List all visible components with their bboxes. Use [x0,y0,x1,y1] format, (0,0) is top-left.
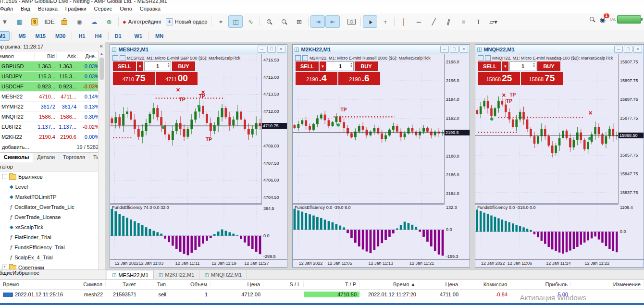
column-header-S / L[interactable]: S / L [263,281,304,287]
crosshair-button[interactable]: + [378,15,392,28]
timeframe-D1[interactable]: D1 [111,31,126,41]
candle-view-button[interactable]: ◫ [228,15,243,28]
column-header-Символ[interactable]: Символ [0,53,35,59]
column-header-Ask[interactable]: Ask [57,53,78,59]
depth-of-market-icon[interactable] [295,55,301,61]
order-type-dropdown[interactable]: ▼ [137,61,143,71]
new-chart-icon[interactable]: ▦ [12,15,27,28]
menu-item-Вид[interactable]: Вид [17,4,34,13]
column-header-Изменение[interactable]: Изменение [571,281,644,287]
column-header-Bid[interactable]: Bid [35,53,57,59]
chart-tab-MESH22,M1[interactable]: ◫MESH22,M1 [107,270,154,280]
lock-icon[interactable] [57,15,72,28]
time-axis[interactable]: 12 Jan 202212 Jan 11:0312 Jan 11:1112 Ja… [110,259,287,267]
chart-properties-icon[interactable] [485,55,491,61]
new-order-button[interactable]: +Новый ордер [164,15,209,28]
buy-button[interactable]: BUY [355,61,378,71]
buy-price-display[interactable]: 471100 [156,72,198,85]
column-header-Символ[interactable]: Символ [67,281,106,287]
volume-spinner[interactable]: ▲▼ [167,62,170,68]
tab-Общие[interactable]: Общие [0,270,12,280]
tab-Торговля[interactable]: Торговля [59,153,89,162]
metaeditor-ide-button[interactable]: IDE [42,15,57,28]
market-watch-row-GBPUSD[interactable]: GBPUSD1.363...1.363...0.03% [0,61,105,72]
navigator-item-MarketTOLimitTP[interactable]: ◆MarketTOLimitTP [0,192,105,202]
close-button[interactable]: × [633,46,642,53]
chart-window-titlebar[interactable]: ◫ MESH22,M1 ─ □ × [110,45,287,54]
volume-spinner[interactable]: ▲▼ [350,62,353,68]
market-watch-add-row[interactable]: добавить... 19 / 5282˅ [0,142,105,152]
scroll-up-icon[interactable]: ▲ [99,51,105,57]
market-watch-row-EU6H22[interactable]: EU6H221.137...1.137...-0.02% [0,122,105,132]
market-watch-row-M2KH22[interactable]: M2KH222190.42190.60.00% [0,132,105,142]
market-watch-row-USDCHF[interactable]: USDCHF0.923...0.923...-0.03% [0,82,105,92]
column-header-Тикет[interactable]: Тикет [106,281,139,287]
community-icon[interactable]: ⊕ [102,15,116,28]
market-watch-columns[interactable]: СимволBidAskДне... [0,51,105,61]
navigator-scrollbar[interactable]: ▲ ▼ [98,51,105,279]
indicator-pane[interactable]: FundsEfficiency 0.0 -318.0 0.0 [475,205,619,260]
text-label-button[interactable]: T [471,15,485,28]
buy-button[interactable]: BUY [537,61,560,71]
navigator-item-Oscillator_OverTrade_Lic[interactable]: ƒOscillator_OverTrade_Lic [0,202,105,212]
price-axis[interactable]: 4716.504715.004713.504712.004709.004707.… [261,54,287,260]
menu-item-Сервис[interactable]: Сервис [90,4,116,13]
navigator-item-Брыляков[interactable]: −Брыляков [0,171,105,182]
maximize-button[interactable]: □ [450,46,458,53]
volume-input[interactable]: 1▲▼ [509,61,536,71]
depth-of-market-icon[interactable] [478,55,483,61]
tab-Избранное[interactable]: Избранное [12,270,39,280]
maximize-button[interactable]: □ [624,46,632,53]
zoom-in-button[interactable]: + [262,15,276,28]
navigator-item-ScalpEx_4_Trial[interactable]: ƒScalpEx_4_Trial [0,252,105,262]
timeframe-H1[interactable]: H1 [74,31,89,41]
chart-window-titlebar[interactable]: ◫ MNQH22,M1 ─ □ × [475,45,644,54]
market-watch-row-MYMH22[interactable]: MYMH2236172361740.13% [0,102,105,112]
collapse-icon[interactable]: − [2,174,7,179]
timeframe-M1[interactable]: M1 [0,31,10,41]
chart-properties-icon[interactable] [120,55,125,61]
navigator-item-OverTrade_License[interactable]: ƒOverTrade_License [0,212,105,222]
channel-button[interactable]: ∥ [441,15,456,28]
line-view-button[interactable]: ∿ [243,15,258,28]
order-type-dropdown[interactable]: ▼ [502,61,508,71]
tab-Символы[interactable]: Символы [0,153,33,162]
volume-spinner[interactable]: ▲▼ [533,62,535,68]
timeframe-W1[interactable]: W1 [130,31,147,41]
zoom-out-button[interactable]: − [277,15,291,28]
column-header-Дне...[interactable]: Дне... [78,53,101,59]
column-header-Цена[interactable]: Цена [211,281,263,287]
column-header-Время[interactable]: Время [0,281,67,287]
price-axis[interactable]: 15907.7515897.7515887.7515877.7515857.75… [618,54,644,260]
chart-window-titlebar[interactable]: ◫ M2KH22,M1 ─ □ × [293,45,470,54]
sell-button[interactable]: SELL [296,61,319,71]
order-type-dropdown[interactable]: ▼ [320,61,326,71]
column-header-T / P[interactable]: T / P [304,281,359,287]
cursor-button[interactable]: ▲ [363,15,377,28]
indicator-pane[interactable]: FundsEfficiency 74.0 0.0 32.0 [110,205,262,260]
screenshot-camera-button[interactable] [344,15,359,28]
trade-history-columns[interactable]: ВремяСимволТикетТипОбъемЦенаS / LT / PВр… [0,280,644,290]
notifications-icon[interactable]: ◉1 [600,16,606,24]
column-header-Комиссия[interactable]: Комиссия [461,281,510,287]
menu-item-Справка[interactable]: Справка [136,4,164,13]
fibonacci-button[interactable]: ≡ [456,15,471,28]
scroll-thumb[interactable] [99,58,104,80]
depth-of-market-icon[interactable] [112,55,118,61]
tile-windows-button[interactable]: ⊞ [292,15,306,28]
market-watch-row-MESH22[interactable]: MESH224710...4711...0.14% [0,92,105,102]
buy-price-display[interactable]: 1586875 [521,72,563,85]
sell-button[interactable]: SELL [113,61,136,71]
cloud-icon[interactable]: ☁ [87,15,101,28]
chart-tab-MNQH22,M1[interactable]: ◫MNQH22,M1 [199,270,247,280]
vertical-line-button[interactable]: │ [396,15,411,28]
minimize-button[interactable]: ─ [440,46,449,53]
menu-item-Графики[interactable]: Графики [62,4,90,13]
maximize-button[interactable]: □ [267,46,276,53]
column-header-Тип[interactable]: Тип [139,281,169,287]
column-header-Время[interactable]: Время ▲ [359,281,419,287]
timeframe-M5[interactable]: M5 [14,31,30,41]
search-icon[interactable] [590,17,595,22]
menu-item-Окно[interactable]: Окно [116,4,136,13]
menu-item-Вставка[interactable]: Вставка [34,4,62,13]
